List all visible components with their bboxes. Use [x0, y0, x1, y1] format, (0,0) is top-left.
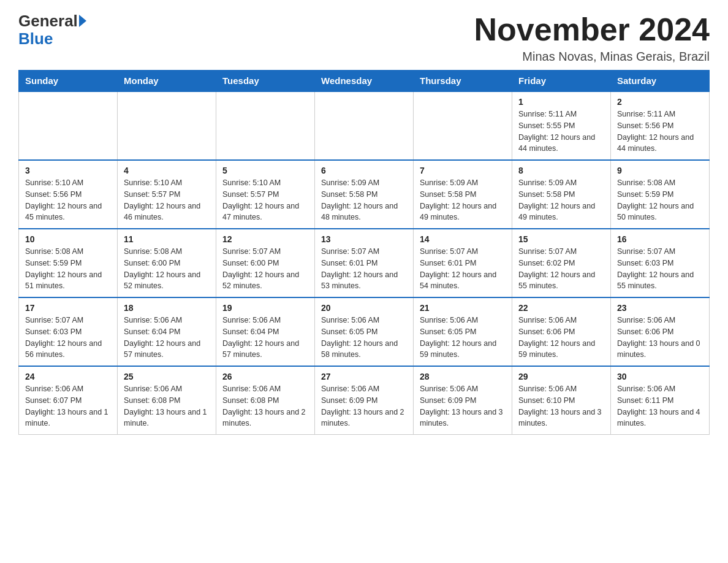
day-info: Sunrise: 5:10 AMSunset: 5:57 PMDaylight:… [124, 177, 210, 223]
day-number: 5 [222, 166, 308, 175]
table-row: 1Sunrise: 5:11 AMSunset: 5:55 PMDaylight… [512, 91, 611, 160]
table-row: 30Sunrise: 5:06 AMSunset: 6:11 PMDayligh… [611, 366, 710, 435]
day-info: Sunrise: 5:06 AMSunset: 6:11 PMDaylight:… [617, 383, 703, 429]
calendar-week-row: 1Sunrise: 5:11 AMSunset: 5:55 PMDaylight… [19, 91, 710, 160]
header-friday: Friday [512, 71, 611, 92]
day-number: 6 [321, 166, 407, 175]
day-info: Sunrise: 5:08 AMSunset: 6:00 PMDaylight:… [124, 246, 210, 292]
table-row: 7Sunrise: 5:09 AMSunset: 5:58 PMDaylight… [414, 160, 512, 229]
table-row [19, 91, 118, 160]
day-number: 30 [617, 372, 703, 381]
logo-arrow-icon [79, 15, 86, 27]
day-info: Sunrise: 5:06 AMSunset: 6:10 PMDaylight:… [518, 383, 604, 429]
day-info: Sunrise: 5:07 AMSunset: 6:01 PMDaylight:… [420, 246, 506, 292]
table-row: 16Sunrise: 5:07 AMSunset: 6:03 PMDayligh… [611, 229, 710, 297]
table-row: 13Sunrise: 5:07 AMSunset: 6:01 PMDayligh… [315, 229, 414, 297]
table-row: 28Sunrise: 5:06 AMSunset: 6:09 PMDayligh… [414, 366, 512, 435]
day-info: Sunrise: 5:07 AMSunset: 6:02 PMDaylight:… [518, 246, 604, 292]
day-number: 22 [518, 303, 604, 313]
calendar-week-row: 3Sunrise: 5:10 AMSunset: 5:56 PMDaylight… [19, 160, 710, 229]
day-number: 29 [518, 372, 604, 381]
day-info: Sunrise: 5:08 AMSunset: 5:59 PMDaylight:… [617, 177, 703, 223]
calendar-week-row: 10Sunrise: 5:08 AMSunset: 5:59 PMDayligh… [19, 229, 710, 297]
day-info: Sunrise: 5:06 AMSunset: 6:08 PMDaylight:… [124, 383, 210, 429]
table-row: 6Sunrise: 5:09 AMSunset: 5:58 PMDaylight… [315, 160, 414, 229]
page-header: General Blue November 2024 Minas Novas, … [18, 12, 710, 64]
page-subtitle: Minas Novas, Minas Gerais, Brazil [474, 50, 710, 64]
logo: General Blue [18, 12, 86, 47]
day-info: Sunrise: 5:11 AMSunset: 5:56 PMDaylight:… [617, 109, 703, 155]
day-info: Sunrise: 5:07 AMSunset: 6:00 PMDaylight:… [222, 246, 308, 292]
table-row: 24Sunrise: 5:06 AMSunset: 6:07 PMDayligh… [19, 366, 118, 435]
header-saturday: Saturday [611, 71, 710, 92]
day-number: 17 [25, 303, 111, 313]
day-number: 7 [420, 166, 506, 175]
day-number: 9 [617, 166, 703, 175]
day-number: 25 [124, 372, 210, 381]
table-row: 22Sunrise: 5:06 AMSunset: 6:06 PMDayligh… [512, 297, 611, 366]
header-tuesday: Tuesday [216, 71, 315, 92]
table-row: 26Sunrise: 5:06 AMSunset: 6:08 PMDayligh… [216, 366, 315, 435]
day-number: 19 [222, 303, 308, 313]
table-row: 27Sunrise: 5:06 AMSunset: 6:09 PMDayligh… [315, 366, 414, 435]
table-row: 23Sunrise: 5:06 AMSunset: 6:06 PMDayligh… [611, 297, 710, 366]
day-number: 12 [222, 234, 308, 244]
day-number: 3 [25, 166, 111, 175]
day-info: Sunrise: 5:06 AMSunset: 6:06 PMDaylight:… [617, 315, 703, 361]
day-info: Sunrise: 5:09 AMSunset: 5:58 PMDaylight:… [518, 177, 604, 223]
day-number: 10 [25, 234, 111, 244]
table-row [414, 91, 512, 160]
day-info: Sunrise: 5:06 AMSunset: 6:04 PMDaylight:… [222, 315, 308, 361]
table-row: 5Sunrise: 5:10 AMSunset: 5:57 PMDaylight… [216, 160, 315, 229]
calendar-week-row: 17Sunrise: 5:07 AMSunset: 6:03 PMDayligh… [19, 297, 710, 366]
day-number: 21 [420, 303, 506, 313]
table-row: 18Sunrise: 5:06 AMSunset: 6:04 PMDayligh… [118, 297, 216, 366]
header-sunday: Sunday [19, 71, 118, 92]
table-row: 3Sunrise: 5:10 AMSunset: 5:56 PMDaylight… [19, 160, 118, 229]
day-number: 24 [25, 372, 111, 381]
table-row: 2Sunrise: 5:11 AMSunset: 5:56 PMDaylight… [611, 91, 710, 160]
table-row: 19Sunrise: 5:06 AMSunset: 6:04 PMDayligh… [216, 297, 315, 366]
day-info: Sunrise: 5:06 AMSunset: 6:05 PMDaylight:… [321, 315, 407, 361]
day-number: 23 [617, 303, 703, 313]
table-row: 10Sunrise: 5:08 AMSunset: 5:59 PMDayligh… [19, 229, 118, 297]
table-row: 15Sunrise: 5:07 AMSunset: 6:02 PMDayligh… [512, 229, 611, 297]
table-row [216, 91, 315, 160]
day-info: Sunrise: 5:06 AMSunset: 6:07 PMDaylight:… [25, 383, 111, 429]
day-number: 26 [222, 372, 308, 381]
day-info: Sunrise: 5:08 AMSunset: 5:59 PMDaylight:… [25, 246, 111, 292]
day-number: 28 [420, 372, 506, 381]
logo-general: General [18, 12, 78, 30]
day-info: Sunrise: 5:07 AMSunset: 6:01 PMDaylight:… [321, 246, 407, 292]
table-row: 17Sunrise: 5:07 AMSunset: 6:03 PMDayligh… [19, 297, 118, 366]
table-row: 14Sunrise: 5:07 AMSunset: 6:01 PMDayligh… [414, 229, 512, 297]
table-row: 9Sunrise: 5:08 AMSunset: 5:59 PMDaylight… [611, 160, 710, 229]
day-info: Sunrise: 5:07 AMSunset: 6:03 PMDaylight:… [617, 246, 703, 292]
day-number: 8 [518, 166, 604, 175]
day-number: 4 [124, 166, 210, 175]
day-number: 11 [124, 234, 210, 244]
weekday-header-row: Sunday Monday Tuesday Wednesday Thursday… [19, 71, 710, 92]
table-row [315, 91, 414, 160]
day-info: Sunrise: 5:06 AMSunset: 6:08 PMDaylight:… [222, 383, 308, 429]
page-title: November 2024 [474, 12, 710, 47]
day-info: Sunrise: 5:10 AMSunset: 5:56 PMDaylight:… [25, 177, 111, 223]
table-row: 21Sunrise: 5:06 AMSunset: 6:05 PMDayligh… [414, 297, 512, 366]
day-info: Sunrise: 5:07 AMSunset: 6:03 PMDaylight:… [25, 315, 111, 361]
day-number: 27 [321, 372, 407, 381]
day-number: 20 [321, 303, 407, 313]
header-thursday: Thursday [414, 71, 512, 92]
table-row: 11Sunrise: 5:08 AMSunset: 6:00 PMDayligh… [118, 229, 216, 297]
day-number: 13 [321, 234, 407, 244]
table-row: 20Sunrise: 5:06 AMSunset: 6:05 PMDayligh… [315, 297, 414, 366]
table-row: 8Sunrise: 5:09 AMSunset: 5:58 PMDaylight… [512, 160, 611, 229]
day-info: Sunrise: 5:06 AMSunset: 6:09 PMDaylight:… [420, 383, 506, 429]
table-row [118, 91, 216, 160]
day-number: 15 [518, 234, 604, 244]
day-number: 18 [124, 303, 210, 313]
logo-blue: Blue [18, 29, 53, 48]
day-info: Sunrise: 5:06 AMSunset: 6:04 PMDaylight:… [124, 315, 210, 361]
day-info: Sunrise: 5:06 AMSunset: 6:09 PMDaylight:… [321, 383, 407, 429]
day-number: 16 [617, 234, 703, 244]
calendar-week-row: 24Sunrise: 5:06 AMSunset: 6:07 PMDayligh… [19, 366, 710, 435]
